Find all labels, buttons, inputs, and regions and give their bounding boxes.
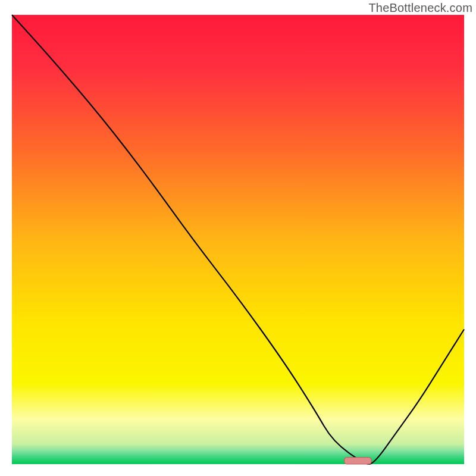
chart-canvas: TheBottleneck.com [0, 0, 476, 476]
gradient-background [12, 15, 464, 464]
watermark-text: TheBottleneck.com [368, 1, 472, 15]
optimal-marker [345, 458, 372, 464]
bottleneck-chart [0, 0, 476, 476]
